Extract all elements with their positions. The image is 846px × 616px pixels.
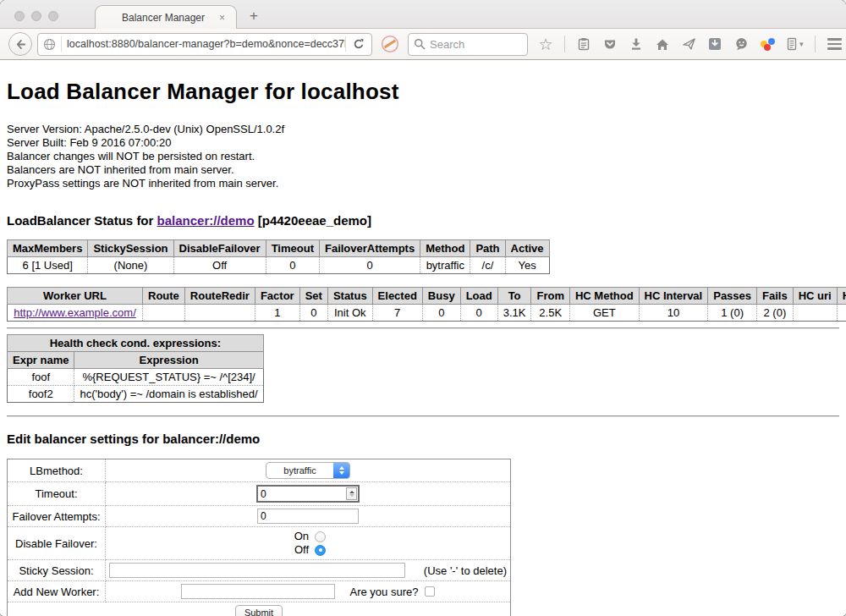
timeout-input[interactable]: [258, 488, 346, 500]
submit-button[interactable]: Submit: [235, 605, 283, 616]
window-controls: [14, 11, 58, 21]
clipboard-icon: [577, 37, 591, 51]
smiley-bubble-icon: [734, 37, 749, 51]
save-to-box-button[interactable]: [707, 34, 722, 54]
toolbar-separator: [815, 36, 816, 52]
cell-factor: 1: [255, 305, 299, 322]
balancer-params-table: MaxMembers StickySession DisableFailover…: [7, 239, 550, 274]
bookmark-star-button[interactable]: ☆: [538, 34, 553, 54]
number-spinner[interactable]: [346, 487, 357, 500]
url-text[interactable]: localhost:8880/balancer-manager?b=demo&n…: [62, 38, 345, 50]
failover-attempts-input[interactable]: [257, 509, 359, 524]
are-you-sure-label: Are you sure?: [350, 586, 419, 598]
column-header: Busy: [422, 288, 460, 305]
tab-close-icon[interactable]: ×: [219, 12, 236, 24]
timeout-input-wrap: [256, 485, 360, 503]
minimize-window-button[interactable]: [31, 11, 41, 21]
zoom-window-button[interactable]: [48, 11, 58, 21]
reload-icon: [353, 38, 365, 50]
column-header: DisableFailover: [173, 240, 266, 257]
cell-method: bytraffic: [420, 257, 470, 274]
health-check-table: Health check cond. expressions: Expr nam…: [7, 334, 264, 403]
star-icon: ☆: [538, 36, 552, 52]
cell-set: 0: [299, 305, 327, 322]
cell-hc-method: GET: [569, 305, 639, 322]
lbmethod-select[interactable]: bytraffic: [266, 462, 350, 479]
close-window-button[interactable]: [14, 11, 25, 21]
blocked-content-icon: [381, 35, 399, 53]
send-tab-button[interactable]: [681, 34, 696, 54]
column-header: FailoverAttempts: [319, 240, 420, 257]
notice-line: Balancer changes will NOT be persisted o…: [7, 150, 839, 163]
server-info: Server Version: Apache/2.5.0-dev (Unix) …: [7, 123, 839, 190]
menu-button[interactable]: [827, 34, 843, 54]
search-box[interactable]: [408, 33, 528, 56]
page-title: Load Balancer Manager for localhost: [7, 60, 839, 105]
search-input[interactable]: [430, 38, 514, 51]
form-row-timeout: Timeout:: [8, 482, 511, 506]
colors-extension-button[interactable]: [760, 34, 775, 54]
column-header: Worker URL: [8, 288, 143, 305]
column-header: Timeout: [266, 240, 319, 257]
content-blocked-button[interactable]: [381, 35, 399, 53]
send-icon: [682, 37, 696, 51]
cell-hc-expr: foof2: [837, 305, 846, 322]
form-row-disable-failover: Disable Failover: On Off: [8, 527, 511, 560]
column-header: Status: [327, 288, 372, 305]
worker-url-link[interactable]: http://www.example.com/: [14, 306, 136, 319]
feedback-smiley-button[interactable]: [733, 34, 749, 54]
browser-window: Balancer Manager × + localhost:8880/bala…: [0, 0, 846, 616]
edit-balancer-form: LBmethod: bytraffic Timeout:: [7, 459, 511, 616]
back-button[interactable]: [8, 32, 32, 56]
column-header: Passes: [708, 288, 757, 305]
toolbar-separator: [564, 36, 565, 52]
home-icon: [656, 38, 669, 51]
toolbar-icons: ☆: [538, 34, 846, 54]
disable-failover-off-radio[interactable]: [315, 545, 326, 556]
cell-expression: %{REQUEST_STATUS} =~ /^[234]/: [74, 369, 263, 386]
cell-worker-url: http://www.example.com/: [8, 305, 143, 322]
disable-failover-on-radio[interactable]: [315, 531, 326, 542]
cell-hc-interval: 10: [639, 305, 708, 322]
form-row-failover-attempts: Failover Attempts:: [8, 506, 511, 527]
status-heading: LoadBalancer Status for balancer://demo …: [7, 213, 839, 228]
column-header: Active: [505, 240, 549, 257]
add-worker-input[interactable]: [181, 584, 335, 599]
page-content: Load Balancer Manager for localhost Serv…: [0, 60, 846, 616]
pocket-button[interactable]: [602, 34, 618, 54]
are-you-sure-checkbox[interactable]: [425, 586, 435, 597]
url-bar[interactable]: localhost:8880/balancer-manager?b=demo&n…: [37, 33, 372, 56]
cell-passes: 1 (0): [708, 305, 757, 322]
tab-balancer-manager[interactable]: Balancer Manager ×: [95, 5, 237, 29]
bookmarks-menu-button[interactable]: [576, 34, 591, 54]
status-heading-prefix: LoadBalancer Status for: [7, 213, 153, 228]
site-identity-globe-icon[interactable]: [38, 38, 61, 51]
table-row: 6 [1 Used] (None) Off 0 0 bytraffic /c/ …: [8, 257, 550, 274]
section-divider: [7, 327, 839, 329]
home-button[interactable]: [655, 34, 670, 54]
table-header-row: MaxMembers StickySession DisableFailover…: [8, 240, 550, 257]
chevron-down-icon: ▾: [799, 40, 804, 48]
cell-elected: 7: [372, 305, 422, 322]
sticky-session-hint: (Use '-' to delete): [419, 564, 507, 577]
column-header: Route: [143, 288, 185, 305]
health-table-title: Health check cond. expressions:: [8, 335, 264, 352]
notice-line: Balancers are NOT inherited from main se…: [7, 163, 839, 177]
cell-expr-name: foof2: [8, 386, 74, 403]
lbmethod-selected-value: bytraffic: [266, 463, 333, 478]
radio-off-label: Off: [290, 543, 309, 557]
server-built-line: Server Built: Feb 9 2016 07:00:20: [7, 136, 839, 150]
table-row: foof %{REQUEST_STATUS} =~ /^[234]/: [8, 369, 264, 386]
cell-fails: 2 (0): [757, 305, 794, 322]
column-header: From: [531, 288, 570, 305]
pocket-icon: [603, 38, 617, 51]
new-tab-button[interactable]: +: [244, 8, 264, 25]
reload-button[interactable]: [346, 38, 371, 50]
navigation-toolbar: localhost:8880/balancer-manager?b=demo&n…: [0, 29, 846, 60]
downloads-button[interactable]: [629, 34, 644, 54]
notes-button[interactable]: ▾: [786, 34, 804, 54]
sticky-session-input[interactable]: [109, 563, 405, 578]
cell-busy: 0: [422, 305, 460, 322]
column-header: Set: [299, 288, 327, 305]
balancer-demo-link[interactable]: balancer://demo: [157, 213, 255, 228]
